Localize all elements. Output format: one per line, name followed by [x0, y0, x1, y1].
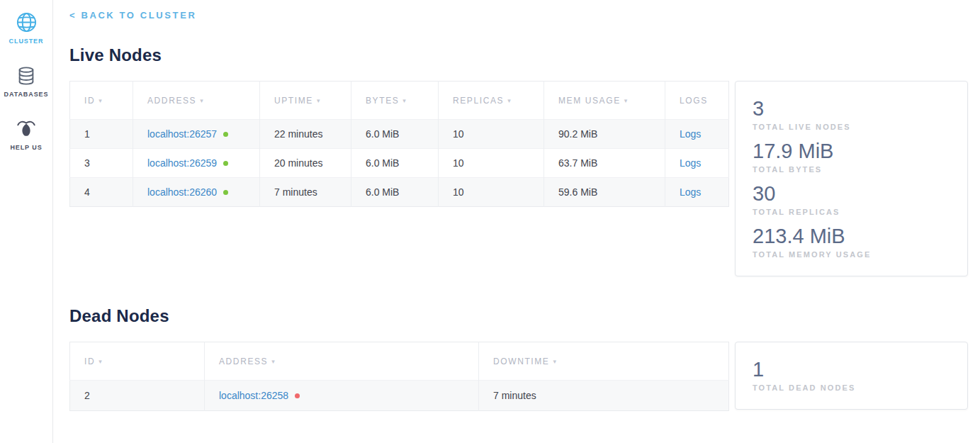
live-status-dot-icon: [223, 190, 228, 195]
live-nodes-table: ID▾ADDRESS▾UPTIME▾BYTES▾REPLICAS▾MEM USA…: [69, 81, 729, 207]
column-header-label: UPTIME: [274, 96, 313, 106]
cell-replicas: 10: [439, 120, 544, 149]
sort-arrow-icon: ▾: [200, 97, 204, 104]
cockroach-icon: [16, 117, 37, 140]
live-nodes-title: Live Nodes: [69, 45, 968, 65]
dead-nodes-summary-panel: 1TOTAL DEAD NODES: [735, 342, 968, 410]
stat-label: TOTAL DEAD NODES: [753, 383, 950, 392]
cell-mem_usage: 59.6 MiB: [544, 178, 665, 207]
column-header-uptime[interactable]: UPTIME▾: [260, 82, 351, 120]
live-status-dot-icon: [223, 161, 228, 166]
cell-uptime: 20 minutes: [260, 149, 351, 178]
stat-value: 3: [753, 96, 950, 120]
cell-id: 2: [70, 381, 205, 411]
summary-stat: 17.9 MiBTOTAL BYTES: [753, 139, 950, 174]
sidebar-item-label: HELP US: [10, 144, 42, 151]
cell-replicas: 10: [439, 178, 544, 207]
column-header-replicas[interactable]: REPLICAS▾: [439, 82, 544, 120]
cell-bytes: 6.0 MiB: [351, 178, 439, 207]
live-nodes-summary-panel: 3TOTAL LIVE NODES17.9 MiBTOTAL BYTES30TO…: [735, 81, 968, 276]
database-icon: [16, 64, 37, 87]
cell-bytes: 6.0 MiB: [351, 149, 439, 178]
node-logs-link[interactable]: Logs: [680, 128, 701, 140]
sort-arrow-icon: ▾: [507, 97, 512, 104]
summary-stat: 30TOTAL REPLICAS: [753, 181, 950, 216]
column-header-label: MEM USAGE: [558, 96, 621, 106]
dead-status-dot-icon: [295, 393, 300, 398]
cell-mem_usage: 90.2 MiB: [544, 120, 665, 149]
column-header-address[interactable]: ADDRESS▾: [133, 82, 260, 120]
sidebar-item-label: DATABASES: [4, 91, 49, 98]
stat-value: 30: [753, 181, 950, 206]
cell-logs: Logs: [665, 178, 729, 207]
stat-value: 1: [753, 357, 950, 381]
sidebar-item-help-us[interactable]: HELP US: [0, 117, 52, 151]
column-header-label: ADDRESS: [219, 357, 268, 366]
cell-downtime: 7 minutes: [479, 381, 729, 411]
cell-address: localhost:26257: [133, 120, 260, 149]
sort-arrow-icon: ▾: [402, 97, 407, 104]
cell-address: localhost:26259: [133, 149, 260, 178]
column-header-logs: LOGS: [665, 82, 729, 120]
column-header-label: ID: [84, 96, 95, 106]
main-content: < BACK TO CLUSTER Live Nodes ID▾ADDRESS▾…: [54, 0, 980, 443]
stat-value: 17.9 MiB: [753, 139, 950, 163]
stat-label: TOTAL MEMORY USAGE: [753, 250, 950, 259]
back-to-cluster-link[interactable]: < BACK TO CLUSTER: [69, 10, 196, 21]
column-header-label: ID: [84, 357, 95, 366]
column-header-label: DOWNTIME: [493, 357, 549, 366]
stat-label: TOTAL REPLICAS: [753, 208, 950, 216]
summary-stat: 213.4 MiBTOTAL MEMORY USAGE: [753, 224, 950, 259]
column-header-address[interactable]: ADDRESS▾: [205, 342, 479, 381]
cell-id: 3: [70, 149, 133, 178]
sidebar-item-cluster[interactable]: CLUSTER: [0, 11, 52, 45]
node-logs-link[interactable]: Logs: [680, 157, 701, 169]
dead-nodes-table: ID▾ADDRESS▾DOWNTIME▾ 2localhost:262587 m…: [69, 342, 729, 411]
table-row: 2localhost:262587 minutes: [70, 381, 729, 411]
dead-nodes-title: Dead Nodes: [69, 306, 968, 326]
column-header-id[interactable]: ID▾: [70, 82, 133, 120]
column-header-downtime[interactable]: DOWNTIME▾: [479, 342, 729, 381]
node-address-link[interactable]: localhost:26258: [219, 390, 288, 401]
cell-address: localhost:26258: [205, 381, 479, 411]
summary-stat: 1TOTAL DEAD NODES: [753, 357, 950, 392]
sort-arrow-icon: ▾: [98, 358, 103, 365]
live-nodes-section: ID▾ADDRESS▾UPTIME▾BYTES▾REPLICAS▾MEM USA…: [69, 81, 968, 276]
sort-arrow-icon: ▾: [98, 97, 103, 104]
table-row: 3localhost:2625920 minutes6.0 MiB1063.7 …: [70, 149, 729, 178]
sidebar-item-label: CLUSTER: [9, 38, 44, 45]
table-row: 4localhost:262607 minutes6.0 MiB1059.6 M…: [70, 178, 729, 207]
column-header-label: REPLICAS: [453, 96, 504, 106]
sort-arrow-icon: ▾: [553, 358, 557, 365]
globe-icon: [16, 11, 38, 34]
cell-logs: Logs: [665, 149, 729, 178]
sidebar-item-databases[interactable]: DATABASES: [0, 64, 52, 98]
column-header-id[interactable]: ID▾: [70, 342, 205, 381]
column-header-label: BYTES: [366, 96, 399, 106]
sort-arrow-icon: ▾: [624, 97, 629, 104]
node-address-link[interactable]: localhost:26257: [147, 128, 217, 140]
table-row: 1localhost:2625722 minutes6.0 MiB1090.2 …: [70, 120, 729, 149]
stat-label: TOTAL LIVE NODES: [753, 123, 950, 131]
column-header-label: LOGS: [680, 96, 708, 106]
stat-value: 213.4 MiB: [753, 224, 950, 248]
stat-label: TOTAL BYTES: [753, 165, 950, 174]
table-header-row: ID▾ADDRESS▾DOWNTIME▾: [70, 342, 729, 381]
column-header-label: ADDRESS: [147, 96, 196, 106]
summary-stat: 3TOTAL LIVE NODES: [753, 96, 950, 131]
cell-uptime: 22 minutes: [260, 120, 351, 149]
sort-arrow-icon: ▾: [271, 358, 276, 365]
cell-replicas: 10: [439, 149, 544, 178]
node-logs-link[interactable]: Logs: [680, 186, 701, 198]
column-header-mem_usage[interactable]: MEM USAGE▾: [544, 82, 665, 120]
cell-address: localhost:26260: [133, 178, 260, 207]
sort-arrow-icon: ▾: [317, 97, 321, 104]
node-address-link[interactable]: localhost:26260: [147, 186, 217, 198]
cell-logs: Logs: [665, 120, 729, 149]
cell-id: 4: [70, 178, 133, 207]
column-header-bytes[interactable]: BYTES▾: [351, 82, 439, 120]
node-address-link[interactable]: localhost:26259: [147, 157, 217, 169]
cell-uptime: 7 minutes: [260, 178, 351, 207]
cell-id: 1: [70, 120, 133, 149]
live-status-dot-icon: [223, 132, 228, 137]
